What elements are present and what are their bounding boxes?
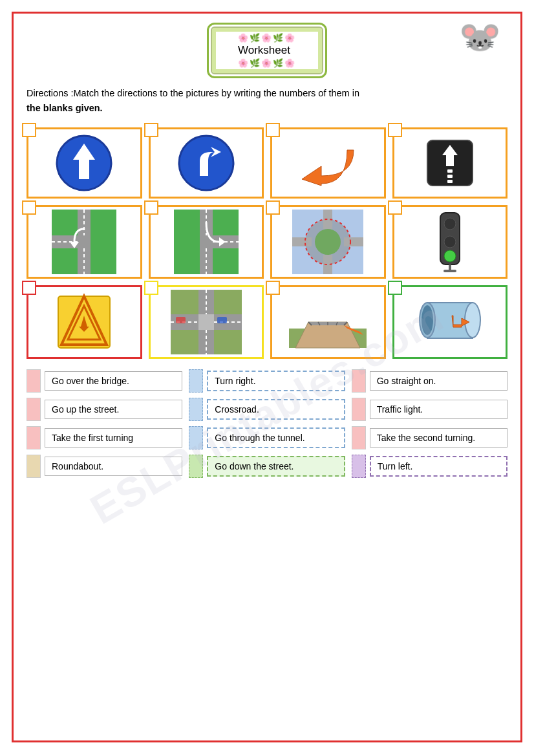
answer-box-9[interactable] [22, 281, 36, 295]
directions-text: Directions :Match the directions to the … [27, 86, 507, 116]
svg-point-33 [444, 250, 456, 262]
swatch-turn-left [352, 455, 366, 478]
label-box-straight-on: Go straight on. [370, 371, 507, 391]
answer-box-4[interactable] [388, 123, 402, 137]
svg-point-62 [422, 305, 433, 335]
svg-rect-7 [447, 180, 453, 183]
svg-rect-43 [198, 314, 214, 330]
label-box-down-street: Go down the street. [207, 456, 345, 477]
answer-box-2[interactable] [144, 123, 158, 137]
page-title: Worksheet [238, 44, 290, 56]
svg-rect-27 [292, 237, 312, 246]
label-item-traffic-light: Traffic light. [352, 398, 507, 421]
label-box-roundabout: Roundabout. [45, 457, 182, 476]
image-cell-bridge [270, 285, 386, 359]
image-cell-go-straight-black [392, 127, 508, 199]
title-box: 🌸🌿🌸🌿🌸 Worksheet 🌸🌿🌸🌿🌸 [211, 27, 323, 74]
image-cell-go-straight-blue [27, 127, 142, 199]
mascot-icon: 🐭 [459, 20, 501, 54]
swatch-turn-right [189, 369, 203, 393]
label-item-roundabout: Roundabout. [27, 455, 182, 478]
svg-point-31 [444, 218, 456, 230]
label-box-bridge: Go over the bridge. [45, 371, 182, 391]
swatch-bridge [27, 369, 41, 393]
label-box-second-turning: Take the second turning. [370, 428, 507, 448]
svg-rect-10 [52, 235, 84, 248]
label-box-tunnel: Go through the tunnel. [207, 427, 345, 448]
answer-box-6[interactable] [144, 200, 158, 215]
swatch-first-turning [27, 426, 41, 449]
label-item-up-street: Go up the street. [27, 398, 182, 421]
image-cell-yield [27, 285, 142, 359]
swatch-traffic-light [352, 398, 366, 421]
answer-box-12[interactable] [388, 281, 402, 295]
label-rows: Go over the bridge. Turn right. Go strai… [27, 369, 507, 478]
label-box-traffic-light: Traffic light. [370, 400, 507, 419]
label-row-1: Go over the bridge. Turn right. Go strai… [27, 369, 507, 393]
svg-marker-51 [295, 322, 360, 348]
svg-rect-35 [443, 270, 456, 272]
image-cell-tunnel [392, 285, 508, 359]
svg-point-24 [315, 229, 341, 255]
image-cell-turn-left-orange [270, 127, 386, 199]
swatch-crossroad [189, 398, 203, 421]
page: ESLPrintables.com 🌸🌿🌸🌿🌸 Worksheet 🌸🌿🌸🌿🌸 … [12, 12, 522, 742]
svg-rect-49 [217, 317, 227, 323]
label-row-3: Take the first turning Go through the tu… [27, 426, 507, 449]
label-box-turn-left: Turn left. [370, 456, 507, 477]
answer-box-10[interactable] [144, 281, 158, 295]
swatch-straight-on [352, 369, 366, 393]
label-item-turn-left: Turn left. [352, 455, 507, 478]
answer-box-7[interactable] [266, 200, 280, 215]
label-box-first-turning: Take the first turning [45, 428, 182, 448]
svg-rect-6 [447, 175, 453, 178]
image-cell-roundabout [270, 205, 386, 279]
label-item-straight-on: Go straight on. [352, 369, 507, 393]
directions-line1: Directions :Match the directions to the … [27, 88, 359, 98]
label-item-crossroad: Crossroad. [189, 398, 345, 421]
image-cell-traffic-light [392, 205, 508, 279]
directions-line2: the blanks given. [27, 103, 103, 113]
answer-box-1[interactable] [22, 123, 36, 137]
svg-rect-28 [344, 237, 363, 246]
image-cell-right-intersection [149, 205, 264, 279]
label-box-turn-right: Turn right. [207, 371, 345, 391]
label-item-tunnel: Go through the tunnel. [189, 426, 345, 449]
swatch-up-street [27, 398, 41, 421]
label-item-turn-right: Turn right. [189, 369, 345, 393]
swatch-roundabout [27, 455, 41, 478]
svg-point-60 [465, 303, 480, 338]
image-cell-turn-right-blue [149, 127, 264, 199]
image-cell-crossroads [149, 285, 264, 359]
image-cell-left-intersection [27, 205, 142, 279]
svg-rect-5 [447, 169, 453, 173]
swatch-second-turning [352, 426, 366, 449]
swatch-tunnel [189, 426, 203, 449]
answer-box-3[interactable] [266, 123, 280, 137]
answer-box-11[interactable] [266, 281, 280, 295]
label-item-bridge: Go over the bridge. [27, 369, 182, 393]
header: 🌸🌿🌸🌿🌸 Worksheet 🌸🌿🌸🌿🌸 🐭 [27, 27, 507, 74]
label-item-first-turning: Take the first turning [27, 426, 182, 449]
answer-box-8[interactable] [388, 200, 402, 215]
label-row-4: Roundabout. Go down the street. Turn lef… [27, 455, 507, 478]
svg-rect-48 [176, 317, 186, 323]
label-item-down-street: Go down the street. [189, 455, 345, 478]
label-item-second-turning: Take the second turning. [352, 426, 507, 449]
swatch-down-street [189, 455, 203, 478]
label-box-crossroad: Crossroad. [207, 399, 345, 420]
svg-point-32 [444, 236, 456, 248]
label-box-up-street: Go up the street. [45, 400, 182, 419]
answer-box-5[interactable] [22, 200, 36, 215]
label-row-2: Go up the street. Crossroad. Traffic lig… [27, 398, 507, 421]
